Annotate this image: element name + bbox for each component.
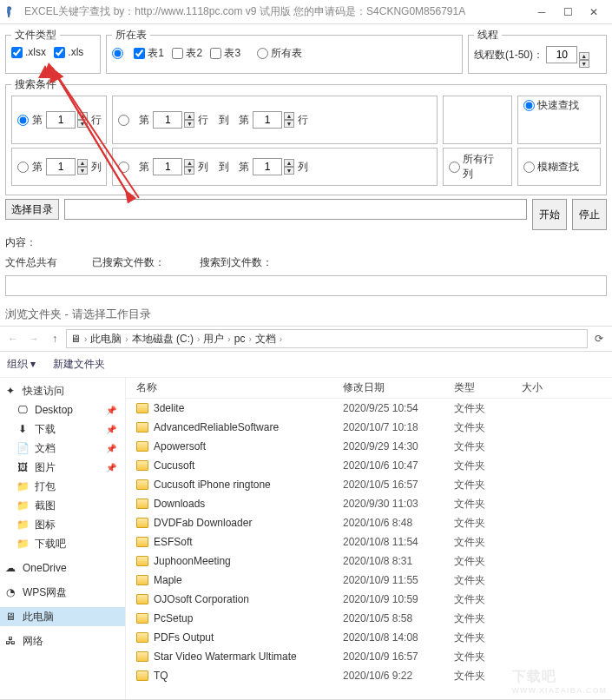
file-row[interactable]: PcSetup2020/10/5 8:58文件夹 (126, 609, 612, 628)
folder-icon (136, 518, 148, 528)
nav-back-button[interactable]: ← (3, 329, 23, 348)
pin-icon: 📌 (106, 425, 116, 434)
file-row[interactable]: Downloads2020/9/30 11:03文件夹 (126, 494, 612, 513)
sidebar-quick-access[interactable]: ✦快速访问 (0, 381, 125, 400)
file-row[interactable]: 3delite2020/9/25 10:54文件夹 (126, 399, 612, 418)
table-group: 所在表 表1 表2 表3 所有表 (106, 28, 463, 74)
all-rowcol-radio[interactable]: 所有行列 (449, 152, 501, 182)
sidebar-thispc[interactable]: 🖥此电脑 (0, 607, 125, 626)
xlsx-checkbox[interactable]: .xlsx (11, 46, 46, 58)
file-row[interactable]: JuphoonMeeting2020/10/8 8:31文件夹 (126, 551, 612, 571)
nav-up-button[interactable]: ↑ (45, 329, 64, 348)
col-date[interactable]: 修改日期 (343, 380, 454, 395)
minimize-button[interactable]: ─ (529, 0, 555, 24)
col-single-input[interactable] (46, 158, 76, 175)
sidebar-item[interactable]: 📁下载吧 (0, 534, 125, 553)
col-size[interactable]: 大小 (522, 380, 574, 395)
folder-icon (136, 556, 148, 566)
search-legend: 搜索条件 (11, 77, 60, 92)
stop-button[interactable]: 停止 (572, 199, 607, 230)
titlebar: EXCEL关键字查找 by：http://www.1118pc.com v9 试… (0, 0, 612, 24)
folder-icon: 📁 (16, 518, 30, 532)
file-row[interactable]: DVDFab Downloader2020/10/6 8:48文件夹 (126, 513, 612, 532)
sidebar-wps[interactable]: ◔WPS网盘 (0, 583, 125, 602)
sidebar-onedrive[interactable]: ☁OneDrive (0, 558, 125, 578)
all-rowcol-group: 所有行列 (443, 148, 512, 186)
thread-spinner[interactable]: ▲▼ (579, 52, 589, 68)
maximize-button[interactable]: ☐ (555, 0, 581, 24)
close-button[interactable]: ✕ (581, 0, 607, 24)
sidebar-item[interactable]: 📄文档📌 (0, 439, 125, 458)
row-to-input[interactable] (253, 111, 282, 129)
folder-icon (136, 594, 148, 604)
col-type[interactable]: 类型 (454, 380, 522, 395)
col-from-input[interactable] (153, 158, 182, 175)
pin-icon: 📌 (106, 444, 116, 453)
sidebar-item[interactable]: 📁打包 (0, 477, 125, 496)
sidebar: ✦快速访问 🖵Desktop📌⬇下载📌📄文档📌🖼图片📌📁打包📁截图📁图标📁下载吧… (0, 378, 126, 699)
file-list-header: 名称 修改日期 类型 大小 (126, 378, 612, 399)
folder-icon (136, 537, 148, 547)
row-from-input[interactable] (153, 111, 182, 129)
file-row[interactable]: Maple2020/10/9 11:55文件夹 (126, 571, 612, 590)
nav-forward-button[interactable]: → (24, 329, 43, 348)
network-icon: 🖧 (3, 634, 17, 648)
folder-icon (136, 422, 148, 433)
file-row[interactable]: Cucusoft iPhone ringtone2020/10/5 16:57文… (126, 475, 612, 494)
fast-fuzzy-group: 快速查找 (517, 96, 601, 144)
sidebar-item[interactable]: 📁图标 (0, 515, 125, 534)
file-row[interactable]: Apowersoft2020/9/29 14:30文件夹 (126, 437, 612, 456)
file-row[interactable]: Cucusoft2020/10/6 10:47文件夹 (126, 456, 612, 475)
sidebar-item[interactable]: 🖼图片📌 (0, 458, 125, 477)
sidebar-network[interactable]: 🖧网络 (0, 631, 125, 650)
col-name[interactable]: 名称 (126, 380, 343, 395)
folder-icon (136, 499, 148, 509)
breadcrumb[interactable]: 🖥 › 此电脑› 本地磁盘 (C:)› 用户› pc› 文档› (66, 329, 588, 348)
folder-icon (136, 460, 148, 471)
file-row[interactable]: Star Video Watermark Ultimate2020/10/9 1… (126, 647, 612, 666)
dir-input[interactable] (64, 199, 527, 220)
table2-checkbox[interactable]: 表2 (172, 46, 202, 61)
all-tables-radio[interactable]: 所有表 (257, 46, 302, 61)
table3-checkbox[interactable]: 表3 (210, 46, 240, 61)
file-row[interactable]: OJOsoft Corporation2020/10/9 10:59文件夹 (126, 590, 612, 609)
new-folder-button[interactable]: 新建文件夹 (53, 357, 105, 372)
file-row[interactable]: TQ2020/10/6 9:22文件夹 (126, 666, 612, 685)
fuzzy-search-radio[interactable]: 模糊查找 (523, 160, 579, 175)
col-range-radio[interactable] (118, 162, 129, 173)
row-single-input[interactable] (46, 111, 76, 129)
file-row[interactable]: ESFSoft2020/10/8 11:54文件夹 (126, 532, 612, 551)
sidebar-item[interactable]: 📁截图 (0, 496, 125, 515)
folder-icon: 🖼 (16, 460, 30, 474)
file-row[interactable]: PDFs Output2020/10/8 14:08文件夹 (126, 628, 612, 647)
sidebar-item[interactable]: 🖵Desktop📌 (0, 400, 125, 419)
folder-icon (136, 632, 148, 643)
sidebar-item[interactable]: ⬇下载📌 (0, 419, 125, 439)
app-icon (5, 5, 19, 19)
row-single-radio[interactable] (17, 115, 29, 126)
col-single-radio[interactable] (17, 162, 29, 173)
start-button[interactable]: 开始 (532, 199, 567, 230)
org-bar: 组织 ▾ 新建文件夹 (0, 352, 612, 378)
organize-button[interactable]: 组织 ▾ (7, 357, 36, 372)
folder-icon (136, 575, 148, 585)
file-row[interactable]: AdvancedReliableSoftware2020/10/7 10:18文… (126, 418, 612, 437)
fast-search-radio[interactable]: 快速查找 (523, 98, 579, 113)
table1-checkbox[interactable]: 表1 (134, 46, 164, 61)
folder-icon: 📁 (16, 479, 30, 493)
xls-checkbox[interactable]: .xls (54, 46, 83, 58)
folder-icon (136, 403, 148, 413)
folder-icon: 📄 (16, 441, 30, 455)
refresh-button[interactable]: ⟳ (589, 329, 609, 348)
thread-input[interactable] (546, 46, 577, 63)
row-range-radio[interactable] (118, 115, 129, 126)
col-to-input[interactable] (253, 158, 282, 175)
cloud-icon: ☁ (3, 561, 17, 575)
row-range-group: 第 ▲▼ 行 到 第 ▲▼ 行 (112, 96, 438, 144)
content-label: 内容： (5, 235, 36, 250)
table-radio-current[interactable] (112, 48, 126, 59)
row-single-group: 第 ▲▼ 行 (11, 96, 107, 144)
spacer-group (443, 96, 512, 144)
folder-icon (136, 613, 148, 624)
select-dir-button[interactable]: 选择目录 (5, 199, 59, 220)
